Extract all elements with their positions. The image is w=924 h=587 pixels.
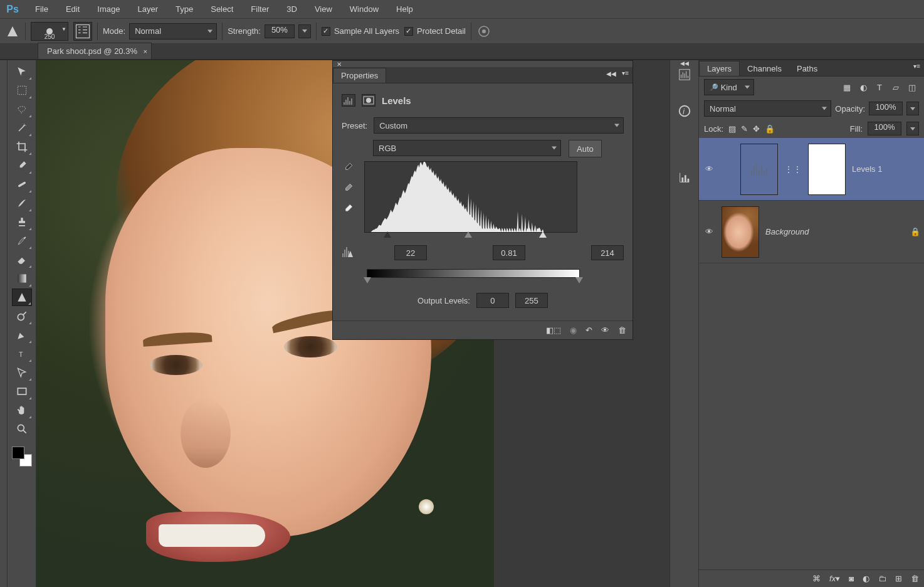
auto-button[interactable]: Auto: [569, 140, 602, 157]
menu-edit[interactable]: Edit: [57, 0, 88, 18]
healing-brush-tool[interactable]: [12, 176, 32, 193]
clip-to-layer-icon[interactable]: ◧⬚: [546, 325, 561, 335]
opacity-slider-toggle[interactable]: [906, 102, 919, 115]
layer-style-icon[interactable]: fx▾: [829, 574, 840, 583]
layer-row[interactable]: 👁 Background 🔒: [699, 201, 924, 263]
layer-filter-kind[interactable]: 🔎 Kind: [704, 79, 754, 95]
close-icon[interactable]: ✕: [337, 61, 342, 68]
new-adjustment-icon[interactable]: ◐: [863, 574, 869, 583]
marquee-tool[interactable]: [12, 82, 32, 99]
input-white-field[interactable]: 214: [591, 245, 624, 260]
layer-name[interactable]: Background: [765, 227, 904, 236]
move-tool[interactable]: [12, 63, 32, 80]
info-panel-icon[interactable]: i: [675, 102, 694, 120]
new-layer-icon[interactable]: ⊞: [895, 574, 902, 583]
output-levels-gradient[interactable]: [367, 269, 580, 278]
input-black-field[interactable]: 22: [394, 245, 427, 260]
layer-name[interactable]: Levels 1: [852, 164, 920, 174]
visibility-icon[interactable]: 👁: [601, 325, 609, 335]
crop-tool[interactable]: [12, 138, 32, 156]
menu-layer[interactable]: Layer: [129, 0, 167, 18]
output-black-slider[interactable]: [364, 277, 371, 283]
lock-transparent-icon[interactable]: ▨: [728, 124, 736, 134]
layer-blend-mode[interactable]: Normal: [704, 100, 831, 117]
tool-preset-icon[interactable]: [5, 24, 20, 39]
trash-icon[interactable]: 🗑: [618, 325, 626, 335]
preset-dropdown[interactable]: Custom: [374, 117, 624, 134]
menu-select[interactable]: Select: [202, 0, 242, 18]
output-white-slider[interactable]: [575, 277, 583, 283]
clip-warning-icon[interactable]: [342, 246, 358, 260]
panel-drag-handle[interactable]: ✕: [333, 61, 633, 67]
lock-position-icon[interactable]: ✥: [753, 124, 760, 134]
lock-all-icon[interactable]: 🔒: [765, 124, 775, 134]
blur-tool[interactable]: [12, 288, 32, 306]
filter-smart-icon[interactable]: ◫: [905, 81, 919, 93]
zoom-tool[interactable]: [12, 420, 32, 438]
visibility-toggle[interactable]: 👁: [703, 164, 715, 174]
menu-view[interactable]: View: [306, 0, 341, 18]
magic-wand-tool[interactable]: [12, 119, 32, 137]
pen-tool[interactable]: [12, 326, 32, 344]
expand-panels-icon[interactable]: ◀◀: [680, 60, 689, 66]
brush-preset-picker[interactable]: 250 ▼: [31, 22, 68, 41]
mask-icon[interactable]: [362, 94, 375, 107]
eraser-tool[interactable]: [12, 251, 32, 268]
rectangle-tool[interactable]: [12, 383, 32, 400]
gamma-slider[interactable]: [465, 231, 472, 238]
eyedropper-tool[interactable]: [12, 157, 32, 174]
path-selection-tool[interactable]: [12, 364, 32, 381]
link-layers-icon[interactable]: ⌘: [812, 574, 821, 583]
channel-dropdown[interactable]: RGB: [373, 140, 561, 156]
collapse-icon[interactable]: ◀◀: [606, 70, 616, 77]
histogram[interactable]: [364, 161, 577, 233]
close-tab-icon[interactable]: ×: [144, 48, 147, 55]
panel-menu-icon[interactable]: ▾≡: [622, 70, 629, 77]
color-swatches[interactable]: [12, 447, 32, 467]
sample-all-layers-checkbox[interactable]: [322, 27, 330, 36]
output-black-field[interactable]: 0: [476, 293, 509, 308]
fill-slider-toggle[interactable]: [906, 122, 919, 135]
strength-slider-toggle[interactable]: [298, 24, 311, 38]
adjustments-panel-icon[interactable]: [675, 168, 694, 187]
type-tool[interactable]: T: [12, 345, 32, 362]
delete-layer-icon[interactable]: 🗑: [911, 574, 919, 583]
brush-tool[interactable]: [12, 194, 32, 212]
dodge-tool[interactable]: [12, 307, 32, 325]
menu-3d[interactable]: 3D: [278, 0, 306, 18]
menu-window[interactable]: Window: [341, 0, 387, 18]
menu-image[interactable]: Image: [88, 0, 129, 18]
input-gamma-field[interactable]: 0.81: [493, 245, 525, 260]
protect-detail-checkbox[interactable]: [404, 27, 413, 36]
layers-tab[interactable]: Layers: [699, 61, 740, 76]
white-point-eyedropper[interactable]: [342, 203, 358, 217]
lasso-tool[interactable]: [12, 100, 32, 118]
view-previous-icon[interactable]: ◉: [570, 325, 577, 335]
filter-adjustment-icon[interactable]: ◐: [856, 81, 870, 93]
opacity-input[interactable]: 100%: [869, 102, 903, 115]
lock-pixels-icon[interactable]: ✎: [741, 124, 748, 134]
menu-help[interactable]: Help: [387, 0, 422, 18]
layer-thumb[interactable]: [722, 206, 759, 258]
panel-menu-icon[interactable]: ▾≡: [913, 63, 920, 70]
channels-tab[interactable]: Channels: [740, 61, 789, 76]
menu-file[interactable]: File: [26, 0, 57, 18]
history-brush-tool[interactable]: [12, 232, 32, 250]
menu-filter[interactable]: Filter: [242, 0, 278, 18]
fill-input[interactable]: 100%: [868, 122, 901, 135]
reset-icon[interactable]: ↶: [585, 325, 592, 335]
white-point-slider[interactable]: [539, 231, 547, 238]
properties-tab[interactable]: Properties: [333, 68, 386, 83]
link-icon[interactable]: ⋮⋮: [784, 164, 802, 174]
histogram-panel-icon[interactable]: [675, 65, 694, 84]
layer-row[interactable]: 👁 ⋮⋮ Levels 1: [699, 138, 924, 201]
black-point-slider[interactable]: [384, 231, 391, 238]
output-white-field[interactable]: 255: [515, 293, 548, 308]
stamp-tool[interactable]: [12, 213, 32, 231]
black-point-eyedropper[interactable]: [342, 161, 358, 176]
add-mask-icon[interactable]: ◙: [849, 574, 854, 583]
new-group-icon[interactable]: 🗀: [878, 574, 886, 583]
filter-pixel-icon[interactable]: ▦: [840, 81, 854, 93]
strength-input[interactable]: 50%: [265, 24, 295, 38]
menu-type[interactable]: Type: [167, 0, 202, 18]
